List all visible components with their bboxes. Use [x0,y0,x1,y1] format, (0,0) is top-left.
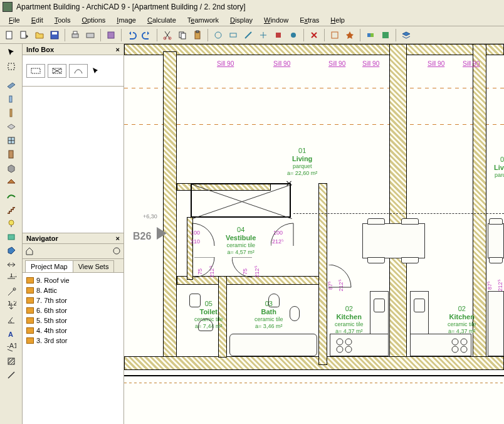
dimension-tool[interactable]: 1.2 [3,272,20,285]
wall-segment [124,356,504,370]
list-item[interactable]: 9. Roof vie [26,275,120,285]
menu-file[interactable]: File [4,15,25,25]
infobox-geometry-c[interactable] [69,64,88,78]
hob [450,337,469,355]
menu-tools[interactable]: Tools [50,15,76,25]
layers-button[interactable] [399,28,413,42]
zone-tool[interactable] [3,231,20,243]
list-item[interactable]: 8. Attic [26,285,120,295]
view-a-button[interactable] [364,28,377,42]
list-item[interactable]: 7. 7th stor [26,295,120,305]
menu-edit[interactable]: Edit [26,15,48,25]
list-item[interactable]: 6. 6th stor [26,305,120,315]
door-tool[interactable] [3,148,20,161]
dimension: 212⁵ [497,279,503,291]
tool-d-button[interactable] [256,28,270,42]
window-tool[interactable] [3,134,20,147]
redo-button[interactable] [140,28,154,42]
line-tool[interactable] [3,369,20,381]
view-b-button[interactable] [379,28,392,42]
menu-teamwork[interactable]: Teamwork [182,15,224,25]
text-tool[interactable]: A [3,327,20,340]
infobox-geometry-a[interactable] [26,64,45,78]
navigator-settings-icon[interactable] [112,246,121,257]
level-dim-tool[interactable]: 1.2 [3,300,20,312]
label-tool[interactable]: -A1 [3,341,20,354]
floor-plan-canvas[interactable]: Sill 90 Sill 90 Sill 90 Sill 90 Sill 90 … [124,44,504,424]
toilet-fixture [198,319,213,331]
navigator-home-icon[interactable] [25,246,34,257]
navigator-close-icon[interactable]: × [116,235,120,242]
paste-button[interactable] [191,28,204,42]
settings-b-button[interactable] [343,28,357,42]
mesh-tool[interactable] [3,189,20,202]
section-arrow-icon [155,226,168,242]
slab-tool[interactable] [3,120,20,133]
wall-line [124,375,504,376]
svg-point-14 [215,32,221,38]
svg-rect-19 [367,33,370,37]
menu-extras[interactable]: Extras [295,15,324,25]
axis-line [124,124,504,125]
wall-tool[interactable] [3,79,20,92]
menu-display[interactable]: Display [225,15,258,25]
roof-tool[interactable] [3,176,20,188]
plotmaker-button[interactable] [104,28,118,42]
list-item[interactable]: 4. 4th stor [26,326,120,336]
copy-button[interactable] [176,28,189,42]
plot-button[interactable] [83,28,97,42]
hatch-tool[interactable] [3,355,20,368]
delete-button[interactable] [307,28,321,42]
table [362,223,425,258]
menu-image[interactable]: Image [112,15,141,25]
dash-line [293,213,504,214]
lamp-tool[interactable] [3,217,20,230]
navigator-tree[interactable]: 9. Roof vie 8. Attic 7. 7th stor 6. 6th … [23,273,123,424]
list-item[interactable]: 3. 3rd stor [26,336,120,346]
tab-view-sets[interactable]: View Sets [73,260,115,272]
new-button[interactable] [3,28,16,42]
svg-rect-5 [73,31,77,34]
tab-project-map[interactable]: Project Map [25,260,73,272]
settings-a-button[interactable] [328,28,342,42]
menu-options[interactable]: Options [76,15,110,25]
tool-b-button[interactable] [226,28,240,42]
tool-f-button[interactable] [286,28,300,42]
tool-a-button[interactable] [211,28,225,42]
arrow-tool[interactable] [3,46,20,59]
new-dropdown[interactable] [18,28,31,42]
wall-segment [163,51,177,365]
beam-tool[interactable] [3,107,20,119]
menu-window[interactable]: Window [259,15,293,25]
infobox-arrow-icon[interactable] [90,65,102,77]
angle-dim-tool[interactable] [3,314,20,326]
tool-c-button[interactable] [241,28,255,42]
stair-tool[interactable] [3,203,20,216]
door-arc [328,265,354,291]
dimension: 212⁵ [254,265,260,277]
tool-e-button[interactable] [271,28,285,42]
list-item[interactable]: 5. 5th stor [26,315,120,326]
infobox-close-icon[interactable]: × [116,46,120,53]
svg-point-38 [113,248,120,254]
menu-help[interactable]: Help [325,15,350,25]
object-tool[interactable] [3,162,20,174]
sill-label: Sill 90 [428,60,444,67]
section-tool[interactable] [3,258,20,271]
menu-calculate[interactable]: Calculate [142,15,181,25]
svg-point-41 [337,346,343,352]
fill-tool[interactable] [3,245,20,257]
print-button[interactable] [68,28,82,42]
radial-dim-tool[interactable] [3,286,20,299]
save-button[interactable] [48,28,61,42]
undo-button[interactable] [125,28,139,42]
svg-rect-28 [11,225,12,227]
svg-point-39 [337,339,343,345]
infobox-geometry-b[interactable] [48,64,66,78]
open-button[interactable] [33,28,46,42]
column-tool[interactable] [3,93,20,105]
elevation-marker: +6,30 [143,213,157,220]
marquee-tool[interactable] [3,60,20,73]
cut-button[interactable] [160,28,174,42]
window-title: Apartment Building - ArchiCAD 9 - [Apart… [16,3,246,11]
